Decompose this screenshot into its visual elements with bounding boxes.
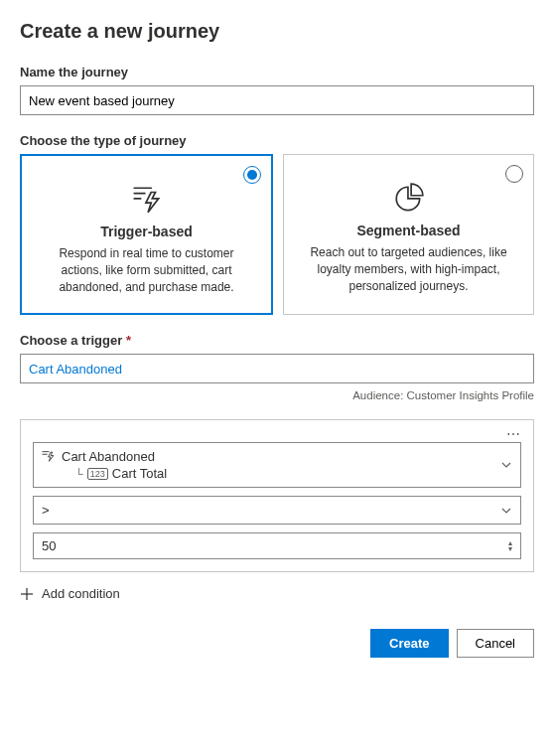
lightning-icon — [130, 184, 164, 214]
required-asterisk: * — [126, 333, 131, 348]
operator-selector[interactable]: > — [33, 496, 521, 525]
type-section: Choose the type of journey Trigger-based… — [20, 133, 534, 315]
name-section: Name the journey — [20, 65, 534, 115]
add-condition-button[interactable]: Add condition — [20, 586, 534, 601]
chevron-down-icon — [500, 459, 512, 471]
tree-branch-icon: └ — [75, 468, 83, 480]
number-type-icon: 123 — [87, 468, 108, 480]
operator-value: > — [42, 503, 50, 518]
value-input[interactable]: 50 ▴▾ — [33, 532, 521, 559]
spinner-icon[interactable]: ▴▾ — [508, 540, 512, 552]
add-condition-label: Add condition — [42, 586, 120, 601]
card-desc: Reach out to targeted audiences, like lo… — [304, 244, 513, 294]
more-options-icon[interactable]: ⋯ — [33, 430, 521, 442]
journey-type-segment-based[interactable]: Segment-based Reach out to targeted audi… — [283, 154, 534, 315]
attribute-child: Cart Total — [112, 466, 167, 481]
create-button[interactable]: Create — [370, 629, 448, 658]
footer-actions: Create Cancel — [20, 629, 534, 658]
type-label: Choose the type of journey — [20, 133, 534, 148]
journey-type-trigger-based[interactable]: Trigger-based Respond in real time to cu… — [20, 154, 273, 315]
plus-icon — [20, 587, 34, 601]
journey-name-input[interactable] — [20, 85, 534, 115]
trigger-label: Choose a trigger * — [20, 333, 534, 348]
trigger-value: Cart Abandoned — [29, 362, 122, 377]
name-label: Name the journey — [20, 65, 534, 79]
condition-panel: ⋯ Cart Abandoned └ 123 Cart Total — [20, 419, 534, 572]
chevron-down-icon — [500, 505, 512, 517]
attribute-root: Cart Abandoned — [62, 449, 167, 464]
pie-chart-icon — [392, 183, 426, 213]
attribute-selector[interactable]: Cart Abandoned └ 123 Cart Total — [33, 442, 521, 488]
radio-selected-icon — [243, 166, 261, 184]
card-desc: Respond in real time to customer actions… — [42, 245, 251, 295]
value-number: 50 — [42, 538, 56, 553]
page-title: Create a new journey — [20, 20, 534, 43]
card-title: Segment-based — [304, 223, 513, 238]
cancel-button[interactable]: Cancel — [457, 629, 534, 658]
audience-info: Audience: Customer Insights Profile — [20, 389, 534, 401]
trigger-section: Choose a trigger * Cart Abandoned Audien… — [20, 333, 534, 401]
card-title: Trigger-based — [42, 224, 251, 239]
trigger-input[interactable]: Cart Abandoned — [20, 354, 534, 383]
radio-unselected-icon — [505, 165, 523, 183]
lightning-small-icon — [42, 449, 56, 466]
